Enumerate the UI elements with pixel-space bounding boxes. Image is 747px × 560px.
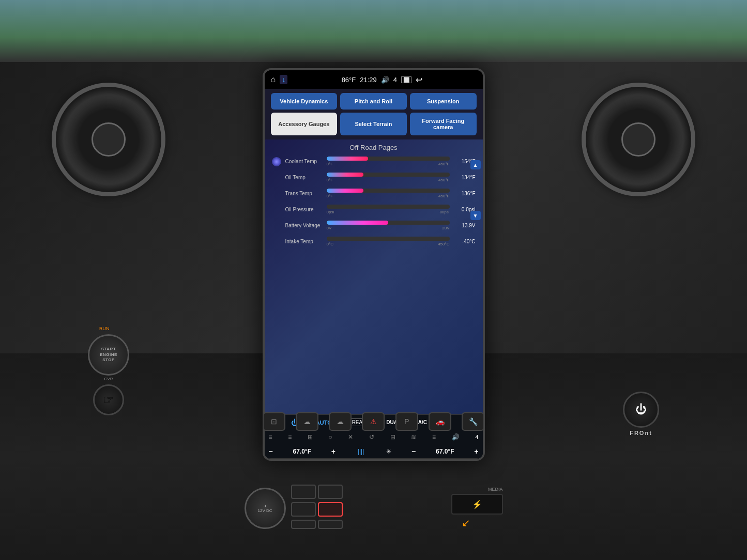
- oil-pressure-min: 0psi: [327, 210, 334, 214]
- engine-start-button[interactable]: START ENGINE STOP: [88, 334, 129, 376]
- usb-icon: ⚡: [472, 500, 482, 509]
- oil-temp-label: Oil Temp: [285, 175, 323, 180]
- nav-pitch-roll[interactable]: Pitch and Roll: [340, 93, 407, 110]
- right-temp-increase[interactable]: +: [474, 447, 478, 456]
- nav-vehicle-dynamics[interactable]: Vehicle Dynamics: [271, 93, 338, 110]
- usb-cable-icon: ↙: [462, 517, 470, 529]
- nav-suspension[interactable]: Suspension: [410, 93, 477, 110]
- media-label: MEDIA: [451, 487, 503, 492]
- outdoor-background: [0, 0, 747, 62]
- front-button-area: ⏻ FROnt: [623, 392, 659, 436]
- toggle-5[interactable]: [291, 520, 316, 529]
- hvac-icons-row: ≡ ≡ ⊞ ○ ✕ ↺ ⊟ ≋ ≡ 🔊 4: [265, 430, 483, 444]
- window-icon: ⬜: [401, 76, 411, 83]
- nav-accessory-gauges[interactable]: Accessory Gauges: [271, 113, 338, 135]
- left-temp-increase[interactable]: +: [331, 447, 336, 456]
- oil-pressure-bar: 0psi 80psi: [327, 205, 450, 214]
- nav-forward-camera[interactable]: Forward Facing camera: [410, 113, 477, 135]
- right-temp-decrease[interactable]: −: [411, 447, 416, 456]
- seat-heat-left-icon[interactable]: ≡: [269, 433, 272, 441]
- fan-symbol: ✳: [386, 448, 391, 455]
- intake-temp-value: -40°C: [454, 239, 476, 244]
- toggle-row-2: [291, 502, 446, 517]
- volume-display: 4: [393, 76, 397, 84]
- intake-temp-min: 0°C: [327, 242, 333, 246]
- nav-select-terrain[interactable]: Select Terrain: [340, 113, 407, 135]
- trans-temp-max: 450°F: [438, 194, 449, 198]
- right-vent: [582, 83, 695, 196]
- phys-btn-1[interactable]: ⊡: [263, 412, 285, 431]
- coolant-temp-row: Coolant Temp 0°F 450°F 154°F: [272, 157, 476, 166]
- phys-btn-3-icon: ☁: [337, 417, 344, 426]
- intake-temp-max: 450°C: [438, 242, 449, 246]
- phys-btn-auto[interactable]: 🚗: [429, 412, 451, 431]
- media-area: MEDIA ⚡ ↙: [451, 487, 503, 529]
- fan-icon[interactable]: ≋: [411, 433, 416, 441]
- status-bar: ⌂ ↓ 86°F 21:29 🔊 4 ⬜ ↩: [265, 70, 483, 89]
- phys-btn-2-icon: ☁: [303, 417, 311, 426]
- temperature-display: 86°F: [342, 76, 356, 84]
- coolant-bar: 0°F 450°F: [327, 157, 450, 166]
- seat-vent-icon[interactable]: ≡: [432, 433, 436, 441]
- recirculate-icon[interactable]: ↺: [369, 433, 374, 441]
- oil-temp-max: 450°F: [438, 178, 449, 182]
- coolant-max: 450°F: [438, 162, 449, 166]
- phys-btn-3[interactable]: ☁: [329, 412, 352, 431]
- offroad-title: Off Road Pages: [270, 144, 478, 151]
- vent-mode-icon[interactable]: ✕: [348, 433, 353, 441]
- back-icon[interactable]: ↩: [416, 75, 422, 85]
- engine-label: START ENGINE STOP: [100, 347, 117, 363]
- left-vent: [52, 83, 165, 196]
- defrost-icon[interactable]: ⊞: [308, 433, 313, 441]
- fan-speed-display: 4: [475, 434, 478, 440]
- trans-temp-row: Trans Temp 0°F 450°F 136°F: [272, 189, 476, 198]
- toggle-3[interactable]: [291, 502, 316, 517]
- toggle-row-1: [291, 485, 446, 499]
- arrow-symbol: ➜: [263, 504, 267, 508]
- phys-btn-2[interactable]: ☁: [296, 412, 318, 431]
- offroad-main-area: Off Road Pages Coolant Temp 0°F 450°F: [265, 139, 483, 414]
- battery-voltage-bar: 0V 28V: [327, 221, 450, 230]
- coolant-label: Coolant Temp: [285, 159, 323, 164]
- toggle-1[interactable]: [291, 485, 316, 499]
- scroll-up-arrow[interactable]: ▲: [470, 160, 481, 169]
- phys-btn-parking[interactable]: P: [395, 412, 418, 431]
- trans-temp-bar: 0°F 450°F: [327, 189, 450, 198]
- voltage-knob[interactable]: ➜ 12V DC: [245, 488, 286, 529]
- front-power-button[interactable]: ⏻: [623, 392, 659, 428]
- toggle-6[interactable]: [318, 520, 343, 529]
- phys-btn-hazard[interactable]: ⚠: [362, 412, 385, 431]
- coolant-min: 0°F: [327, 162, 333, 166]
- status-bar-center: 86°F 21:29 🔊 4 ⬜ ↩: [342, 75, 422, 85]
- intake-temp-bar: 0°C 450°C: [327, 237, 450, 246]
- oil-temp-bar: 0°F 450°F: [327, 173, 450, 182]
- phys-btn-1-icon: ⊡: [271, 417, 277, 426]
- oil-pressure-max: 80psi: [439, 210, 449, 214]
- speaker-icon: 🔊: [381, 76, 389, 84]
- left-temp-decrease[interactable]: −: [269, 447, 273, 456]
- steering-heat-icon[interactable]: ○: [329, 433, 332, 441]
- voltage-label: 12V DC: [257, 508, 272, 513]
- phys-btn-settings[interactable]: 🔧: [462, 412, 484, 431]
- volume-icon[interactable]: 🔊: [452, 433, 460, 441]
- fingerprint-button[interactable]: ☞: [93, 384, 124, 415]
- time-display: 21:29: [360, 76, 377, 84]
- status-bar-left: ⌂ ↓: [271, 75, 288, 84]
- seat-heat-right-icon[interactable]: ≡: [288, 433, 292, 441]
- oil-pressure-label: Oil Pressure: [285, 207, 323, 212]
- cvr-label: CVR: [88, 377, 129, 381]
- home-icon[interactable]: ⌂: [271, 75, 276, 84]
- left-temp-display: 67.0°F: [293, 448, 311, 455]
- scroll-down-arrow[interactable]: ▼: [470, 211, 481, 220]
- toggle-4[interactable]: [318, 502, 343, 517]
- toggle-switches: [291, 485, 446, 529]
- phys-btn-auto-icon: 🚗: [436, 417, 445, 426]
- screen-content: ⌂ ↓ 86°F 21:29 🔊 4 ⬜ ↩ Vehicle Dynamics …: [265, 70, 483, 459]
- fingerprint-icon: ☞: [103, 393, 114, 407]
- rear-defrost-icon[interactable]: ⊟: [390, 433, 395, 441]
- intake-temp-label: Intake Temp: [285, 239, 323, 244]
- toggle-2[interactable]: [318, 485, 343, 499]
- right-temp-display: 67.0°F: [436, 448, 454, 455]
- trans-temp-label: Trans Temp: [285, 191, 323, 196]
- fan-bars-icon: ||||: [358, 448, 364, 455]
